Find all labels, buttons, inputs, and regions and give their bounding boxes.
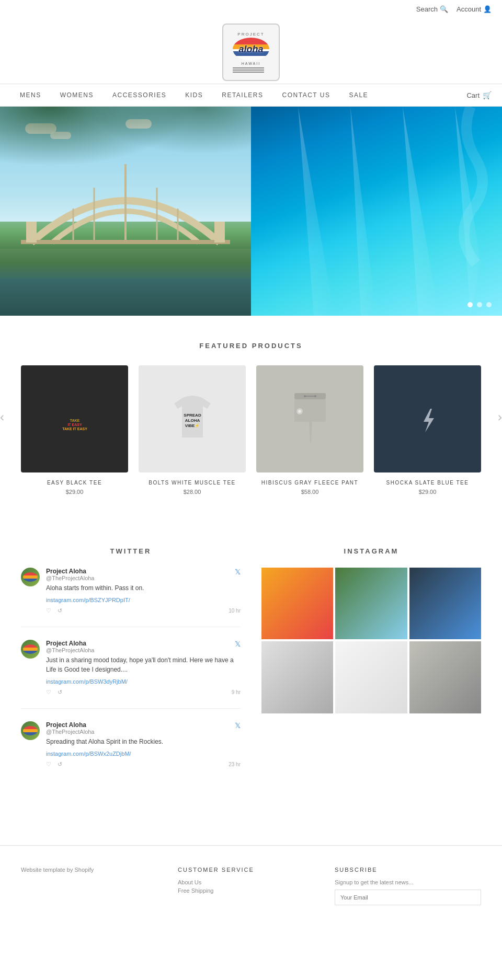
pants-svg bbox=[289, 390, 331, 448]
search-link[interactable]: Search 🔍 bbox=[416, 5, 448, 13]
tweet-link-1[interactable]: instagram.com/p/BSZYJPRDpIT/ bbox=[46, 597, 130, 603]
product-name-1: EASY BLACK TEE bbox=[21, 480, 128, 486]
product-price-2: $28.00 bbox=[139, 489, 246, 495]
instagram-item-3[interactable] bbox=[409, 568, 481, 639]
product-card-bolts-white-muscle-tee[interactable]: SPREAD ALOHA VIBE⚡ BOLTS WHITE MUSCLE TE… bbox=[139, 365, 246, 495]
tweet-text-2: Just in a sharing mood today, hope ya'll… bbox=[46, 655, 241, 674]
logo-oval: aloha bbox=[233, 38, 269, 61]
nav-kids[interactable]: KIDS bbox=[176, 84, 212, 106]
product-card-shocka-slate-blue-tee[interactable]: SHOCKA SLATE BLUE TEE $29.00 bbox=[374, 365, 481, 495]
hero-banner bbox=[0, 107, 502, 316]
instagram-grid bbox=[261, 568, 481, 713]
tweet-1: Project Aloha @TheProjectAloha Aloha sta… bbox=[21, 568, 241, 627]
product-image-easy-black-tee: TAKE IT EASY TAKE IT EASY bbox=[21, 365, 128, 472]
nav-womens[interactable]: WOMENS bbox=[51, 84, 103, 106]
product-name-2: BOLTS WHITE MUSCLE TEE bbox=[139, 480, 246, 486]
twitter-icon-2: 𝕏 bbox=[235, 640, 241, 648]
nav-sale[interactable]: SALE bbox=[339, 84, 378, 106]
footer-col-customer-service: Customer Service About Us Free Shipping bbox=[178, 867, 324, 905]
products-container: ‹ TAKE IT EASY TAKE IT EASY EASY BLACK T… bbox=[0, 365, 502, 495]
tweet-actions-1: ♡ ↺ 10 hr bbox=[46, 607, 241, 614]
top-bar: Search 🔍 Account 👤 bbox=[0, 0, 502, 18]
nav-links: MENS WOMENS ACCESSORIES KIDS RETAILERS C… bbox=[10, 84, 378, 106]
instagram-title: INSTAGRAM bbox=[261, 547, 481, 555]
tweet-like-3[interactable]: ♡ bbox=[46, 761, 51, 768]
product-price-1: $29.00 bbox=[21, 489, 128, 495]
bridge-scene bbox=[0, 107, 251, 316]
footer-col-subscribe: SUBSCRIBE Signup to get the latest news.… bbox=[335, 867, 481, 905]
subscribe-email-input[interactable] bbox=[335, 890, 481, 905]
tweet-handle-3: @TheProjectAloha bbox=[46, 729, 241, 735]
product-price-3: $58.00 bbox=[256, 489, 363, 495]
products-next-button[interactable]: › bbox=[498, 410, 502, 424]
featured-section: FEATURED PRODUCTS ‹ TAKE IT EASY TAKE IT… bbox=[0, 316, 502, 495]
tweet-user-2: Project Aloha bbox=[46, 640, 241, 647]
instagram-item-5[interactable] bbox=[335, 641, 407, 713]
tweet-retweet-2[interactable]: ↺ bbox=[58, 689, 62, 696]
instagram-column: INSTAGRAM bbox=[261, 547, 481, 793]
tweet-time-2: 9 hr bbox=[232, 689, 241, 695]
tweet-actions-3: ♡ ↺ 23 hr bbox=[46, 761, 241, 768]
nav-contact-us[interactable]: CONTACT US bbox=[273, 84, 340, 106]
search-icon: 🔍 bbox=[440, 5, 448, 13]
instagram-item-4[interactable] bbox=[261, 641, 333, 713]
water-rays-svg bbox=[251, 107, 502, 316]
logo-hawaii-text: HAWAII bbox=[233, 62, 269, 65]
products-prev-button[interactable]: ‹ bbox=[0, 410, 4, 424]
tweet-retweet-3[interactable]: ↺ bbox=[58, 761, 62, 768]
tee-svg-1: TAKE IT EASY TAKE IT EASY bbox=[49, 393, 101, 445]
product-image-hibiscus-gray-fleece-pant bbox=[256, 365, 363, 472]
logo-lines bbox=[233, 67, 264, 73]
account-link[interactable]: Account 👤 bbox=[457, 5, 492, 13]
tweet-time-3: 23 hr bbox=[229, 762, 241, 767]
cart-icon: 🛒 bbox=[483, 91, 492, 99]
svg-text:VIBE⚡: VIBE⚡ bbox=[185, 423, 200, 428]
twitter-title: TWITTER bbox=[21, 547, 241, 555]
instagram-item-6[interactable] bbox=[409, 641, 481, 713]
slide-dot-3[interactable] bbox=[486, 302, 492, 307]
slide-dot-1[interactable] bbox=[467, 302, 473, 307]
twitter-icon-1: 𝕏 bbox=[235, 568, 241, 576]
product-card-hibiscus-gray-fleece-pant[interactable]: HIBISCUS GRAY FLEECE PANT $58.00 bbox=[256, 365, 363, 495]
logo-area: PROJECT aloha HAWAII bbox=[0, 18, 502, 84]
tweet-link-2[interactable]: instagram.com/p/BSW3dyRjbM/ bbox=[46, 678, 128, 685]
logo[interactable]: PROJECT aloha HAWAII bbox=[222, 24, 280, 81]
tweet-avatar-logo-2 bbox=[23, 644, 38, 654]
slide-dot-2[interactable] bbox=[477, 302, 482, 307]
tweet-handle-2: @TheProjectAloha bbox=[46, 647, 241, 653]
product-card-easy-black-tee[interactable]: TAKE IT EASY TAKE IT EASY EASY BLACK TEE… bbox=[21, 365, 128, 495]
twitter-icon-3: 𝕏 bbox=[235, 721, 241, 730]
instagram-item-2[interactable] bbox=[335, 568, 407, 639]
svg-text:SPREAD: SPREAD bbox=[184, 413, 201, 418]
hero-right-image bbox=[251, 107, 502, 316]
tweet-avatar-2 bbox=[21, 640, 40, 659]
tweet-like-1[interactable]: ♡ bbox=[46, 607, 51, 614]
social-section: TWITTER Project Aloha @TheProjectAloha A… bbox=[0, 516, 502, 814]
product-image-bolts-white-muscle-tee: SPREAD ALOHA VIBE⚡ bbox=[139, 365, 246, 472]
footer-link-free-shipping[interactable]: Free Shipping bbox=[178, 887, 324, 894]
tweet-time-1: 10 hr bbox=[229, 608, 241, 614]
tee-svg-4 bbox=[402, 393, 454, 445]
tweet-retweet-1[interactable]: ↺ bbox=[58, 607, 62, 614]
search-label: Search bbox=[416, 5, 438, 13]
instagram-item-1[interactable] bbox=[261, 568, 333, 639]
footer: Website template by Shopify Customer Ser… bbox=[0, 845, 502, 921]
svg-point-17 bbox=[314, 395, 316, 397]
footer-subscribe-title: SUBSCRIBE bbox=[335, 867, 481, 873]
logo-project-text: PROJECT bbox=[233, 32, 269, 37]
tweet-like-2[interactable]: ♡ bbox=[46, 689, 51, 696]
svg-point-19 bbox=[298, 410, 301, 413]
tweet-link-3[interactable]: instagram.com/p/BSWx2uZDjbM/ bbox=[46, 751, 131, 757]
tweet-text-1: Aloha starts from within. Pass it on. bbox=[46, 583, 241, 593]
cart-area[interactable]: Cart 🛒 bbox=[466, 91, 492, 99]
nav-accessories[interactable]: ACCESSORIES bbox=[103, 84, 176, 106]
featured-title: FEATURED PRODUCTS bbox=[0, 316, 502, 365]
nav-mens[interactable]: MENS bbox=[10, 84, 51, 106]
footer-col-template: Website template by Shopify bbox=[21, 867, 167, 905]
footer-customer-service-title: Customer Service bbox=[178, 867, 324, 873]
account-label: Account bbox=[457, 5, 481, 13]
nav-retailers[interactable]: RETAILERS bbox=[212, 84, 272, 106]
tweet-avatar-logo-1 bbox=[23, 572, 38, 582]
tweet-avatar-logo-3 bbox=[23, 726, 38, 735]
footer-link-about-us[interactable]: About Us bbox=[178, 879, 324, 885]
